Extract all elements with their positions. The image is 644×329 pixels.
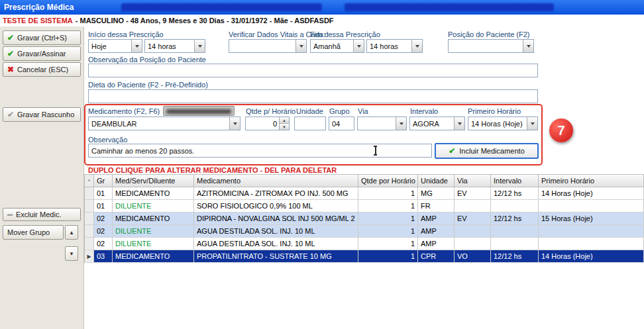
incluir-medicamento-button[interactable]: ✔ Incluir Medicamento [435, 143, 539, 159]
qtde-stepper[interactable]: 0 ▲ ▼ [245, 117, 290, 130]
col-intervalo[interactable]: Intervalo [491, 175, 539, 187]
unidade-input[interactable] [294, 117, 326, 130]
cell-unidade: CPR [418, 250, 455, 263]
excluir-medic-button[interactable]: ▬ Excluir Medic. [3, 208, 81, 221]
cell-medicamento: AGUA DESTILADA SOL. INJ. 10 ML [194, 238, 358, 250]
qtde-label: Qtde p/ Horário [246, 107, 295, 115]
primeiro-horario-select[interactable]: 14 Horas (Hoje) [468, 117, 538, 130]
chevron-down-icon[interactable] [229, 117, 240, 130]
cell-primeiro-horario [539, 225, 644, 238]
check-icon: ✔ [449, 147, 455, 155]
move-up-button[interactable]: ▲ [65, 225, 78, 240]
table-row[interactable]: 01 DILUENTE SORO FISIOLOGICO 0,9% 100 ML… [85, 200, 644, 212]
medicamento-select[interactable]: DEAMBULAR [88, 117, 241, 130]
gravar-assinar-button[interactable]: ✔ Gravar/Assinar [3, 46, 81, 61]
dieta-input[interactable] [88, 89, 538, 103]
cell-intervalo: 12/12 hs [491, 250, 539, 263]
cell-gr: 02 [94, 238, 113, 250]
cell-gr: 01 [94, 200, 113, 212]
chevron-down-icon[interactable] [131, 40, 142, 52]
col-via[interactable]: Via [455, 175, 491, 187]
table-row[interactable]: 02 DILUENTE AGUA DESTILADA SOL. INJ. 10 … [85, 225, 644, 238]
chevron-down-icon[interactable] [396, 117, 406, 130]
col-gr[interactable]: Gr [94, 175, 113, 187]
table-row[interactable]: 02 MEDICAMENTO DIPIRONA - NOVALGINA SOL … [85, 212, 644, 225]
observacao-input[interactable] [88, 144, 432, 158]
cell-unidade: MG [418, 187, 455, 200]
gravar-rascunho-button[interactable]: ✔ Gravar Rascunho [3, 107, 81, 122]
medication-table: * Gr Med/Serv/Diluente Medicamento Qtde … [84, 174, 644, 263]
cell-medicamento: DIPIRONA - NOVALGINA SOL INJ 500 MG/ML 2 [194, 212, 358, 225]
table-caption: DUPLO CLIQUE PARA ALTERAR MEDICAMENTO - … [88, 166, 337, 174]
cell-medicamento: PROPATILNITRATO - SUSTRATE 10 MG [194, 250, 358, 263]
cell-intervalo [491, 225, 539, 238]
chevron-down-icon[interactable] [527, 117, 537, 130]
inicio-prescricao-label: Início dessa Prescrição [88, 30, 164, 38]
verificar-vitais-select[interactable] [229, 39, 307, 53]
cell-medicamento: SORO FISIOLOGICO 0,9% 100 ML [194, 200, 358, 212]
cell-medicamento: AGUA DESTILADA SOL. INJ. 10 ML [194, 225, 358, 238]
check-icon: ✔ [7, 50, 14, 58]
cell-primeiro-horario [539, 238, 644, 250]
grupo-input[interactable] [329, 117, 354, 130]
gravar-label: Gravar (Ctrl+S) [17, 34, 67, 42]
check-icon: ✔ [7, 34, 14, 42]
intervalo-label: Intervalo [410, 107, 438, 115]
move-down-button[interactable]: ▼ [65, 246, 78, 261]
grupo-label: Grupo [329, 107, 350, 115]
chevron-down-icon[interactable] [411, 40, 422, 52]
col-unidade[interactable]: Unidade [418, 175, 455, 187]
col-qtde-por-horario[interactable]: Qtde por Horário [358, 175, 418, 187]
titlebar[interactable]: Prescrição Médica [0, 0, 644, 15]
obs-posicao-input[interactable] [88, 64, 538, 77]
cancelar-button[interactable]: ✖ Cancelar (ESC) [3, 62, 81, 77]
prescricao-medica-window: Prescrição Médica TESTE DE SISTEMA - MAS… [0, 0, 644, 329]
cell-intervalo [491, 238, 539, 250]
arrow-down-icon: ▼ [69, 251, 74, 257]
col-primeiro-horario[interactable]: Primeiro Horário [539, 175, 644, 187]
gravar-button[interactable]: ✔ Gravar (Ctrl+S) [3, 30, 81, 45]
table-body: 01 MEDICAMENTO AZITROMICINA - ZITROMAX P… [85, 187, 644, 263]
incluir-medicamento-label: Incluir Medicamento [459, 147, 524, 155]
cell-via [455, 225, 491, 238]
cell-via: VO [455, 250, 491, 263]
cell-tipo: DILUENTE [113, 200, 194, 212]
fim-day-select[interactable]: Amanhã [310, 39, 364, 53]
gutter-header: * [85, 175, 94, 187]
posicao-paciente-select[interactable] [448, 39, 534, 53]
cell-qtde: 1 [358, 225, 418, 238]
chevron-down-icon[interactable] [194, 40, 205, 52]
cell-tipo: MEDICAMENTO [113, 212, 194, 225]
table-header-row: * Gr Med/Serv/Diluente Medicamento Qtde … [85, 175, 644, 187]
inicio-time-select[interactable]: 14 horas [144, 39, 205, 53]
spin-up-icon[interactable]: ▲ [279, 117, 289, 123]
chevron-down-icon[interactable] [454, 117, 464, 130]
col-med-serv-diluente[interactable]: Med/Serv/Diluente [113, 175, 194, 187]
mover-grupo-label: Mover Grupo [7, 228, 50, 236]
cell-qtde: 1 [358, 238, 418, 250]
redacted-button[interactable] [163, 106, 235, 116]
cancelar-label: Cancelar (ESC) [17, 66, 68, 73]
obs-posicao-label: Observação da Posição do Paciente [88, 56, 206, 64]
cell-tipo: MEDICAMENTO [113, 250, 194, 263]
table-row[interactable]: 01 MEDICAMENTO AZITROMICINA - ZITROMAX P… [85, 187, 644, 200]
table-row[interactable]: ▶ 03 MEDICAMENTO PROPATILNITRATO - SUSTR… [85, 250, 644, 263]
chevron-down-icon[interactable] [523, 40, 533, 52]
table-row[interactable]: 02 DILUENTE AGUA DESTILADA SOL. INJ. 10 … [85, 238, 644, 250]
chevron-down-icon[interactable] [353, 40, 364, 52]
cell-primeiro-horario: 14 Horas (Hoje) [539, 250, 644, 263]
mover-grupo-button[interactable]: Mover Grupo [3, 225, 64, 240]
chevron-down-icon[interactable] [295, 40, 306, 52]
via-select[interactable] [357, 117, 407, 130]
cell-via [455, 238, 491, 250]
inicio-day-select[interactable]: Hoje [88, 39, 142, 53]
intervalo-select[interactable]: AGORA [409, 117, 465, 130]
patient-details: - MASCULINO - 48 Anos, 9 Meses e 30 Dias… [76, 17, 334, 24]
fim-time-select[interactable]: 14 horas [366, 39, 423, 53]
cell-via: EV [455, 187, 491, 200]
spin-down-icon[interactable]: ▼ [279, 123, 289, 130]
col-medicamento[interactable]: Medicamento [194, 175, 358, 187]
excluir-medic-label: Excluir Medic. [16, 211, 61, 218]
gravar-rascunho-label: Gravar Rascunho [17, 111, 74, 118]
observacao-label: Observação [88, 136, 127, 144]
